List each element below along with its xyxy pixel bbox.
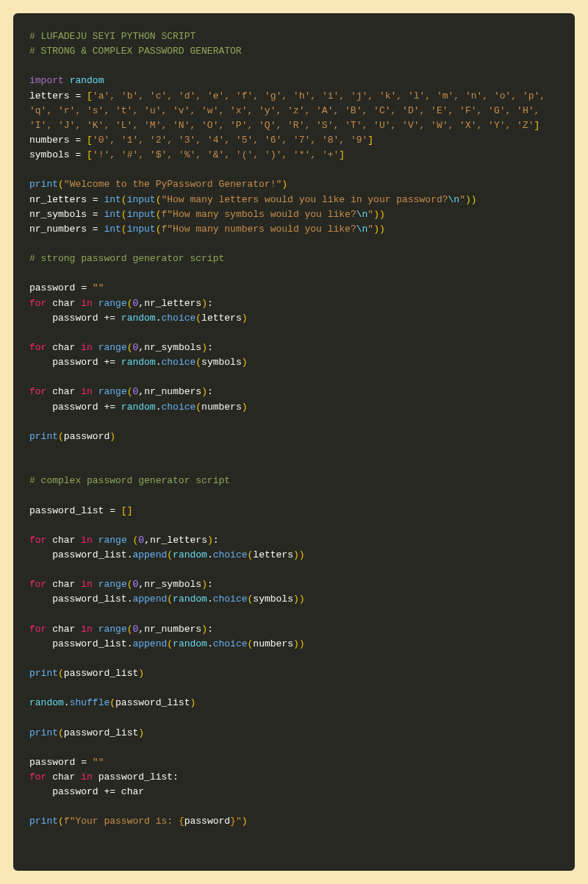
str-prompt-numbers: "How many numbers would you like? [167, 224, 356, 235]
colon: : [207, 386, 213, 397]
dot: . [64, 697, 70, 708]
var-nr-letters: nr_letters [150, 535, 207, 546]
colon: : [173, 771, 179, 783]
fn-choice: choice [213, 638, 248, 649]
var-char: char [52, 342, 75, 353]
op-eq: = [70, 90, 87, 101]
colon: : [207, 342, 213, 353]
kw-in: in [81, 624, 93, 635]
paren-open: ( [58, 816, 64, 827]
fn-range: range [98, 579, 127, 590]
kw-in: in [81, 535, 93, 546]
paren-close: ) [201, 298, 207, 309]
var-numbers: numbers [201, 402, 242, 413]
bracket-open: [ [87, 149, 93, 160]
var-char: char [52, 298, 75, 309]
comma: , [138, 579, 144, 590]
paren-open: ( [196, 313, 201, 324]
kw-in: in [81, 342, 93, 353]
var-nr-letters: nr_letters [29, 194, 87, 205]
paren-open: ( [58, 727, 64, 738]
fn-range: range [98, 342, 127, 353]
paren-close: ) [190, 697, 196, 708]
var-nr-symbols: nr_symbols [144, 579, 201, 590]
indent [29, 313, 52, 324]
var-nr-numbers: nr_numbers [29, 224, 87, 235]
fn-choice: choice [161, 357, 196, 368]
fn-append: append [132, 638, 167, 649]
paren-close: ) [201, 624, 207, 635]
indent [29, 357, 52, 368]
bracket-open: [ [87, 135, 93, 146]
mod-random: random [29, 697, 64, 708]
fn-print: print [29, 668, 58, 679]
bracket-close: ] [368, 135, 373, 146]
dot: . [207, 594, 213, 605]
mod-random: random [173, 594, 207, 605]
colon: : [213, 535, 219, 546]
var-symbols: symbols [201, 357, 242, 368]
comment-header-1: # LUFADEJU SEYI PYTHON SCRIPT [29, 31, 196, 42]
fn-print: print [29, 431, 58, 442]
fn-shuffle: shuffle [70, 697, 110, 708]
var-nr-symbols: nr_symbols [144, 342, 201, 353]
str-close: " [368, 224, 373, 235]
kw-for: for [29, 386, 46, 397]
paren-close: ) [379, 224, 385, 235]
kw-for: for [29, 771, 46, 783]
str-close: " [368, 209, 373, 220]
fn-input: input [127, 209, 156, 220]
paren-open: ( [58, 431, 64, 442]
paren-open: ( [127, 342, 133, 353]
paren-open: ( [127, 298, 133, 309]
var-password-list: password_list [98, 771, 173, 783]
fn-input: input [127, 194, 156, 205]
paren-open: ( [196, 402, 201, 413]
kw-for: for [29, 535, 46, 546]
paren-open: ( [110, 697, 115, 708]
comma: , [138, 624, 144, 635]
var-symbols: symbols [29, 149, 70, 160]
comma: , [138, 386, 144, 397]
kw-for: for [29, 298, 46, 309]
bracket-open: [ [121, 505, 127, 516]
mod-random: random [173, 549, 207, 560]
paren-open: ( [127, 386, 133, 397]
fn-choice: choice [213, 594, 248, 605]
str-close: " [459, 194, 465, 205]
op-eq: = [104, 505, 121, 516]
fn-append: append [132, 594, 167, 605]
fn-input: input [127, 224, 156, 235]
paren-close: ) [373, 224, 379, 235]
paren-close: ) [207, 535, 213, 546]
indent [29, 786, 52, 797]
var-nr-numbers: nr_numbers [144, 386, 201, 397]
mod-random: random [121, 357, 156, 368]
op-pluseq: += [98, 786, 121, 797]
var-numbers: numbers [253, 638, 293, 649]
bracket-open: [ [87, 90, 93, 101]
paren-close: ) [138, 727, 144, 738]
fn-range: range [98, 624, 127, 635]
paren-open: ( [167, 594, 173, 605]
var-char: char [121, 786, 144, 797]
numbers-list: '0', '1', '2', '3', '4', '5', '6', '7', … [93, 135, 368, 146]
var-letters: letters [201, 313, 242, 324]
var-password-list: password_list [52, 549, 126, 560]
var-password-list: password_list [64, 668, 138, 679]
bracket-close: ] [534, 120, 540, 131]
paren-open: ( [127, 624, 133, 635]
num-zero: 0 [138, 535, 144, 546]
mod-random: random [121, 313, 156, 324]
paren-close: ) [293, 594, 299, 605]
paren-open: ( [121, 194, 127, 205]
fn-print: print [29, 179, 58, 190]
var-letters: letters [253, 549, 293, 560]
fn-append: append [132, 549, 167, 560]
str-prompt-symbols: "How many symbols would you like? [167, 209, 356, 220]
fn-print: print [29, 727, 58, 738]
paren-open: ( [121, 209, 127, 220]
curly-open: { [179, 816, 184, 827]
kw-for: for [29, 342, 46, 353]
fn-choice: choice [161, 313, 196, 324]
